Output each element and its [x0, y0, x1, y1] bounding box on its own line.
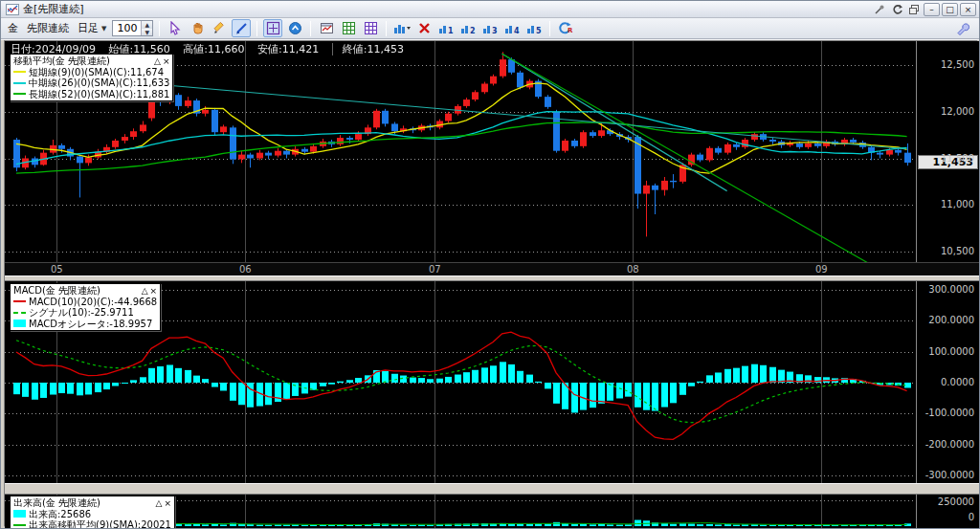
legend-collapse-button[interactable]: △ — [142, 286, 148, 296]
axis-tick-label: -300.0000 — [925, 470, 974, 480]
legend-swatch-line-icon — [13, 300, 26, 302]
month-label: 08 — [627, 264, 639, 275]
line-draw-tool-button[interactable] — [232, 19, 251, 37]
legend-item-label: MACDオシレータ:-18.9957 — [29, 319, 152, 330]
month-label: 09 — [815, 264, 828, 275]
select-tool-button[interactable] — [166, 19, 185, 37]
month-label: 07 — [429, 264, 441, 275]
step-down-icon[interactable]: ▼ — [142, 29, 152, 36]
series-label: 先限連続 — [27, 21, 69, 35]
info-low: 安値:11,421 — [257, 43, 319, 55]
legend-item-label: MACD(10)(20)(C):-44.9668 — [29, 297, 157, 308]
legend-swatch-line-icon — [13, 82, 26, 84]
app-chart-icon — [6, 4, 19, 15]
legend-close-button[interactable]: × — [150, 286, 158, 296]
axis-tick-label: 10,500 — [941, 246, 974, 256]
scroll-mode-button[interactable] — [285, 19, 304, 37]
stepper-arrows[interactable]: ▲▼ — [141, 21, 152, 35]
svg-text:2: 2 — [470, 27, 476, 35]
indicator-4-button[interactable]: 4 — [502, 19, 522, 37]
maximize-button[interactable]: □ — [942, 3, 958, 16]
volume-legend: 出来高(金 先限連続) △ × 出来高:25686出来高移動平均(9)(SMA)… — [10, 496, 175, 528]
legend-item: 中期線(26)(0)(SMA)(C):11,633 — [13, 77, 169, 89]
axis-tick-label: 12,500 — [941, 59, 974, 70]
legend-collapse-button[interactable]: △ — [154, 56, 161, 66]
toolbar: 金 先限連続 日足 ▼ 100 ▲▼ — [1, 18, 979, 39]
macd-axis: 300.0000200.0000100.00000.0000-100.0000-… — [916, 281, 979, 483]
toolbar-separator — [310, 21, 311, 36]
legend-close-button[interactable]: × — [164, 498, 171, 508]
legend-item-label: 出来高:25686 — [29, 509, 91, 520]
grid-layout-green-button[interactable] — [339, 19, 358, 37]
legend-item-label: 短期線(9)(0)(SMA)(C):11,674 — [29, 67, 164, 78]
legend-item: 出来高:25686 — [13, 509, 171, 520]
axis-tick-label: -100.0000 — [925, 408, 974, 418]
legend-swatch-line-icon — [13, 524, 26, 526]
svg-text:3: 3 — [492, 27, 498, 35]
legend-item: MACD(10)(20)(C):-44.9668 — [13, 297, 157, 308]
legend-collapse-button[interactable]: △ — [156, 498, 163, 508]
cascade-icon[interactable] — [906, 3, 922, 15]
month-label: 06 — [239, 264, 252, 275]
price-panel: 11,453 12,50012,00011,50011,00010,500 日付… — [5, 41, 979, 262]
legend-item: 長期線(52)(0)(SMA)(C):11,881 — [13, 89, 169, 100]
svg-text:R: R — [568, 27, 573, 34]
macd-legend: MACD(金 先限連続) △ × MACD(10)(20)(C):-44.966… — [10, 283, 161, 331]
legend-swatch-line-icon — [13, 71, 26, 73]
legend-item: シグナル(10):-25.9711 — [13, 307, 157, 319]
toolbar-separator — [256, 21, 257, 36]
pin-icon[interactable] — [872, 3, 887, 15]
info-high: 高値:11,660 — [183, 43, 244, 55]
axis-tick-label: 250000 — [938, 496, 974, 507]
chart-area: 11,453 12,50012,00011,50011,00010,500 日付… — [1, 39, 979, 529]
legend-item: 短期線(9)(0)(SMA)(C):11,674 — [13, 67, 169, 78]
settings-wrench-icon[interactable] — [952, 19, 971, 37]
period-dropdown[interactable]: 日足 ▼ — [75, 20, 109, 36]
ma-legend-title: 移動平均(金 先限連続) — [13, 55, 110, 67]
step-up-icon[interactable]: ▲ — [142, 21, 152, 29]
info-close: 終値:11,453 — [332, 43, 404, 55]
volume-legend-title: 出来高(金 先限連続) — [13, 497, 100, 509]
chart-window: 金[先限連続] – □ × 金 先限連続 日足 ▼ 100 ▲▼ — [0, 0, 980, 529]
window-title: 金[先限連続] — [23, 2, 84, 16]
ma-legend: 移動平均(金 先限連続) △ × 短期線(9)(0)(SMA)(C):11,67… — [10, 54, 173, 101]
axis-tick-label: 100.0000 — [928, 346, 974, 357]
new-chart-window-button[interactable] — [317, 19, 336, 37]
axis-tick-label: 11,000 — [941, 199, 974, 209]
svg-text:5: 5 — [536, 27, 542, 35]
close-button[interactable]: × — [960, 3, 976, 16]
bar-count-stepper[interactable]: 100 ▲▼ — [112, 20, 153, 36]
delete-indicator-button[interactable] — [414, 19, 434, 37]
legend-close-button[interactable]: × — [163, 56, 170, 66]
axis-tick-label: 0.0000 — [941, 377, 974, 387]
axis-tick-label: 200.0000 — [928, 315, 974, 325]
panel-splitter[interactable] — [5, 483, 979, 495]
titlebar: 金[先限連続] – □ × — [1, 1, 979, 18]
axis-tick-label: 11,500 — [941, 153, 974, 164]
chart-type-dropdown-button[interactable] — [392, 19, 412, 37]
legend-item-label: 出来高移動平均(9)(SMA):20021 — [29, 519, 171, 528]
period-label: 日足 — [78, 21, 99, 35]
indicator-5-button[interactable]: 5 — [524, 19, 544, 37]
legend-swatch-box-icon — [13, 510, 26, 518]
rotate-icon[interactable] — [889, 3, 904, 15]
indicator-3-button[interactable]: 3 — [480, 19, 500, 37]
legend-item: 出来高移動平均(9)(SMA):20021 — [13, 519, 171, 528]
reload-button[interactable]: R — [556, 19, 575, 37]
macd-panel: 300.0000200.0000100.00000.0000-100.0000-… — [5, 281, 979, 483]
grid-layout-purple-button[interactable] — [361, 19, 380, 37]
indicator-2-button[interactable]: 2 — [458, 19, 478, 37]
toolbar-separator — [386, 21, 387, 36]
chart-stack: 11,453 12,50012,00011,50011,00010,500 日付… — [4, 40, 978, 527]
pencil-tool-button[interactable] — [210, 19, 229, 37]
toolbar-separator — [549, 21, 550, 36]
pan-hand-tool-button[interactable] — [188, 19, 207, 37]
axis-tick-label: 12,000 — [941, 106, 974, 117]
crosshair-tool-button[interactable] — [263, 19, 282, 37]
indicator-1-button[interactable]: 1 — [436, 19, 456, 37]
symbol-label: 金 — [8, 21, 18, 35]
volume-panel: 2500000 出来高(金 先限連続) △ × 出来高:25686出来高移動平均… — [5, 495, 979, 528]
legend-swatch-line-icon — [13, 93, 26, 95]
legend-item-label: 長期線(52)(0)(SMA)(C):11,881 — [29, 89, 169, 100]
minimize-button[interactable]: – — [924, 3, 940, 16]
